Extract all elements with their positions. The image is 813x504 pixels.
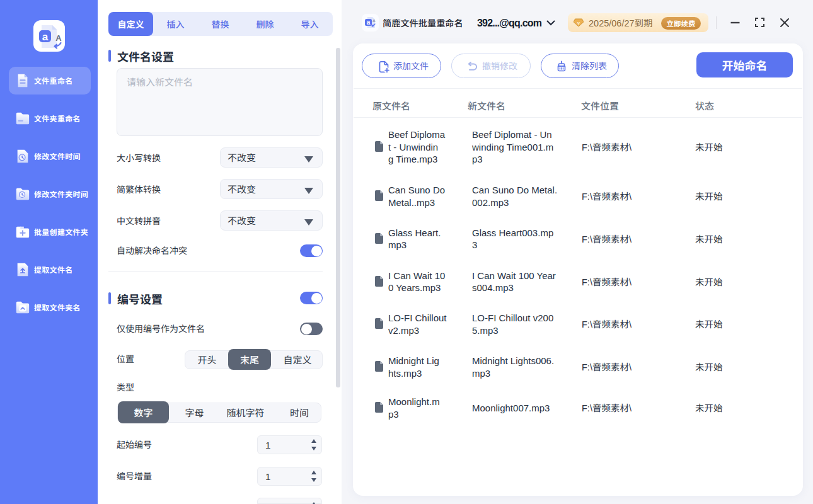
svg-text:A: A — [372, 19, 376, 23]
svg-text:a: a — [367, 19, 371, 26]
svg-text:A: A — [55, 33, 62, 43]
svg-text:a: a — [42, 31, 49, 43]
